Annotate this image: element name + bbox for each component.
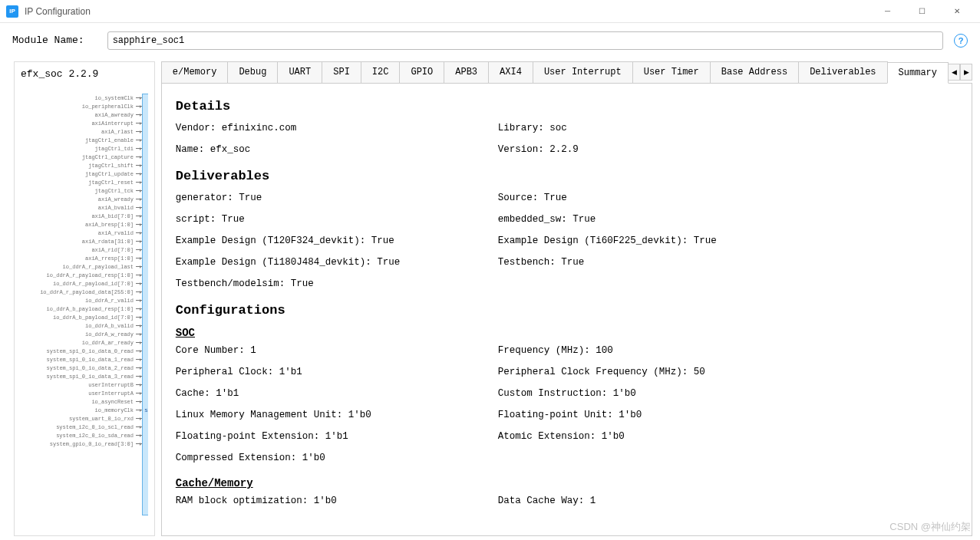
pin-input: system_spi_0_io_data_2_read <box>21 364 142 372</box>
tab-apb3[interactable]: APB3 <box>444 61 489 83</box>
pin-input: system_i2c_0_io_scl_read <box>21 423 142 431</box>
pin-input: io_systemClk <box>21 94 142 102</box>
pin-input: axiA_rlast <box>21 127 142 136</box>
tab-e-memory[interactable]: e/Memory <box>161 61 229 83</box>
summary-content[interactable]: Details Vendor: efinixinc.comLibrary: so… <box>161 84 972 536</box>
pin-input: io_ddrA_r_valid <box>21 296 142 305</box>
pin-input: io_peripheralClk <box>21 102 142 110</box>
titlebar: IP IP Configuration ─ ☐ ✕ <box>0 0 980 23</box>
pin-input: axiA_rvalid <box>21 229 142 237</box>
config-value: Frequency (MHz): 100 <box>498 345 820 356</box>
config-value: RAM block optimization: 1'b0 <box>176 496 498 506</box>
pin-input: axiA_rresp[1:0] <box>21 254 142 262</box>
pin-input: io_ddrA_r_payload_resp[1:0] <box>21 271 142 279</box>
config-value: Floating-point Extension: 1'b1 <box>176 431 498 442</box>
pin-input: system_spi_0_io_data_1_read <box>21 355 142 364</box>
config-value: Compressed Extension: 1'b0 <box>176 453 498 463</box>
pin-input: system_spi_0_io_data_3_read <box>21 372 142 380</box>
block-diagram: sapphire_soc1 io_systemClkio_peripheralC… <box>21 86 148 515</box>
details-heading: Details <box>176 99 958 114</box>
ip-name-version: efx_soc 2.2.9 <box>21 68 148 80</box>
pin-input: system_spi_0_io_data_0_read <box>21 347 142 355</box>
tab-i2c[interactable]: I2C <box>361 61 401 83</box>
pin-input: userInterruptA <box>21 389 142 397</box>
config-value: Cache: 1'b1 <box>176 388 498 399</box>
tab-deliverables[interactable]: Deliverables <box>798 61 887 83</box>
config-value: Version: 2.2.9 <box>498 144 820 155</box>
config-value: Linux Memory Management Unit: 1'b0 <box>176 410 498 420</box>
tab-summary[interactable]: Summary <box>887 62 949 84</box>
pin-input: io_ddrA_b_payload_id[7:0] <box>21 313 142 321</box>
block-label: sapphire_soc1 <box>144 407 148 413</box>
module-name-label: Module Name: <box>12 35 84 46</box>
soc-subheading: SOC <box>176 327 958 339</box>
config-value: Example Design (Ti60F225_devkit): True <box>498 235 820 246</box>
pin-input: io_ddrA_r_payload_last <box>21 262 142 271</box>
pin-input: axiA_bvalid <box>21 203 142 212</box>
pin-input: system_uart_0_io_rxd <box>21 414 142 423</box>
module-row: Module Name: ? <box>0 23 980 58</box>
config-value: Custom Instruction: 1'b0 <box>498 388 820 399</box>
config-value: Testbench/modelsim: True <box>176 278 498 289</box>
soc-block <box>142 94 148 515</box>
pin-input: jtagCtrl_enable <box>21 136 142 144</box>
maximize-button[interactable]: ☐ <box>905 0 939 23</box>
pin-input: axiA_awready <box>21 110 142 119</box>
config-value: Example Design (T120F324_devkit): True <box>176 235 498 246</box>
config-panel: e/MemoryDebugUARTSPII2CGPIOAPB3AXI4User … <box>161 61 972 536</box>
config-value: Example Design (Ti180J484_devkit): True <box>176 257 498 268</box>
pin-input: io_ddrA_b_valid <box>21 321 142 330</box>
config-value: Vendor: efinixinc.com <box>176 123 498 133</box>
module-name-input[interactable] <box>107 31 943 50</box>
deliverables-heading: Deliverables <box>176 169 958 183</box>
app-icon: IP <box>6 5 18 18</box>
config-value: embedded_sw: True <box>498 214 820 225</box>
window-title: IP Configuration <box>25 6 91 17</box>
help-icon[interactable]: ? <box>954 34 968 48</box>
config-value <box>498 278 820 289</box>
config-value: Floating-point Unit: 1'b0 <box>498 410 820 420</box>
config-value: generator: True <box>176 193 498 203</box>
pin-input: io_memoryClk <box>21 406 142 414</box>
tab-debug[interactable]: Debug <box>227 61 278 83</box>
pin-input: jtagCtrl_capture <box>21 153 142 161</box>
tab-base-address[interactable]: Base Address <box>710 61 799 83</box>
pin-input: userInterruptB <box>21 380 142 389</box>
minimize-button[interactable]: ─ <box>870 0 905 23</box>
config-value: Peripheral Clock Frequency (MHz): 50 <box>498 367 820 377</box>
pin-input: io_asyncReset <box>21 397 142 406</box>
cache-subheading: Cache/Memory <box>176 477 958 489</box>
pin-input: jtagCtrl_tdi <box>21 144 142 153</box>
config-value: Peripheral Clock: 1'b1 <box>176 367 498 377</box>
pin-input: io_ddrA_w_ready <box>21 330 142 338</box>
tab-axi4[interactable]: AXI4 <box>488 61 533 83</box>
pin-input: jtagCtrl_shift <box>21 161 142 170</box>
pin-input: axiAinterrupt <box>21 119 142 127</box>
config-value: Library: soc <box>498 123 820 133</box>
pin-input: axiA_rid[7:0] <box>21 245 142 254</box>
pin-input: axiA_bid[7:0] <box>21 212 142 220</box>
tab-gpio[interactable]: GPIO <box>399 61 444 83</box>
close-button[interactable]: ✕ <box>939 0 974 23</box>
block-diagram-panel: efx_soc 2.2.9 sapphire_soc1 io_systemClk… <box>14 61 155 536</box>
pin-input: axiA_bresp[1:0] <box>21 220 142 229</box>
config-value <box>498 453 820 463</box>
tab-scroll-right[interactable]: ▶ <box>960 64 972 81</box>
config-value: script: True <box>176 214 498 225</box>
tab-bar: e/MemoryDebugUARTSPII2CGPIOAPB3AXI4User … <box>161 61 972 84</box>
config-value: Testbench: True <box>498 257 820 268</box>
pin-input: io_ddrA_r_payload_data[255:0] <box>21 288 142 296</box>
tab-user-interrupt[interactable]: User Interrupt <box>533 61 633 83</box>
config-value: Atomic Extension: 1'b0 <box>498 431 820 442</box>
pin-input: io_ddrA_b_payload_resp[1:0] <box>21 305 142 313</box>
tab-uart[interactable]: UART <box>277 61 322 83</box>
pin-input: system_i2c_0_io_sda_read <box>21 431 142 440</box>
pin-input: axiA_rdata[31:0] <box>21 237 142 245</box>
config-value: Source: True <box>498 193 820 203</box>
tab-user-timer[interactable]: User Timer <box>632 61 711 83</box>
pin-input: jtagCtrl_update <box>21 170 142 178</box>
tab-scroll-left[interactable]: ◀ <box>948 64 960 81</box>
pin-input: axiA_wready <box>21 195 142 203</box>
config-value: Core Number: 1 <box>176 345 498 356</box>
tab-spi[interactable]: SPI <box>322 61 361 83</box>
